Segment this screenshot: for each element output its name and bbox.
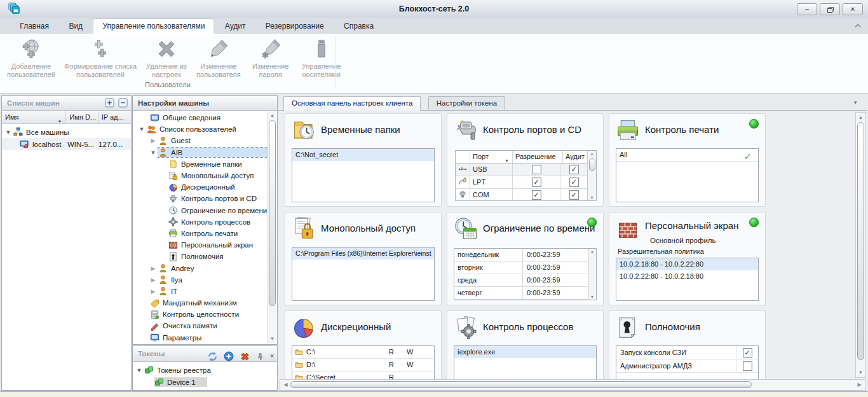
checkbox-com-audit[interactable]	[569, 190, 579, 200]
expander-icon[interactable]: ▼	[148, 150, 158, 156]
column-domain[interactable]: Имя D...	[66, 111, 98, 123]
checkbox-usb-audit[interactable]	[569, 165, 579, 174]
list-item[interactable]: iexplore.exe	[454, 346, 596, 358]
tree-item-general-info[interactable]: Общие сведения	[133, 112, 268, 123]
settings-tree-scrollbar[interactable]: ▲ ▼	[268, 111, 276, 343]
pin-icon[interactable]	[256, 352, 264, 361]
tree-item-andrey[interactable]: ▶Andrey	[133, 262, 268, 274]
checkbox-usb-allow[interactable]	[532, 165, 541, 174]
scroll-left-icon[interactable]: ◀	[281, 380, 290, 389]
tab-main-client-settings[interactable]: Основная панель настроек клиента	[283, 96, 421, 111]
ribbon-collapse-button[interactable]	[853, 22, 863, 31]
tree-item-process-control[interactable]: Контроль процессов	[133, 216, 268, 228]
tree-item-time-limit[interactable]: Ограничение по времени	[133, 205, 268, 216]
tab-backup[interactable]: Резервирование	[257, 19, 333, 34]
tree-item-device-1[interactable]: Device 1	[133, 376, 277, 388]
tab-user-management[interactable]: Управление пользователями	[93, 19, 214, 34]
scroll-down-icon[interactable]: ▼	[588, 295, 596, 299]
main-vertical-scrollbar[interactable]: ▲ ▼	[855, 112, 866, 378]
expander-icon[interactable]: ▼	[134, 367, 144, 373]
scroll-up-icon[interactable]: ▲	[588, 151, 596, 156]
list-item[interactable]: C:\Program Files (x86)\Internet Explorer…	[292, 247, 434, 260]
tree-item-mandatory[interactable]: Мандатный механизм	[133, 297, 268, 309]
tree-item-exclusive-access[interactable]: Монопольный доступ	[133, 170, 268, 181]
tree-item-discretionary[interactable]: Дискреционный	[133, 181, 268, 193]
column-allow[interactable]: Разрешение	[513, 151, 563, 163]
tree-item-temp-folders[interactable]: Временные папки	[133, 158, 268, 170]
table-row-lpt[interactable]: LPT	[456, 176, 587, 189]
tree-item-memory-clean[interactable]: Очистка памяти	[133, 320, 268, 331]
ports-table-scrollbar[interactable]: ▲ ▼	[587, 151, 596, 200]
column-ip[interactable]: IP ад...	[98, 111, 131, 123]
scroll-down-icon[interactable]: ▼	[588, 195, 596, 200]
tree-item-aib[interactable]: ▼AIB	[133, 147, 268, 158]
tree-item-integrity[interactable]: Контроль целостности	[133, 309, 268, 320]
table-row-com[interactable]: COM	[456, 189, 587, 201]
tree-item-registry-tokens[interactable]: ▼ Токены реестра	[133, 364, 277, 376]
expander-icon[interactable]: ▶	[148, 137, 158, 144]
add-users-button[interactable]: Добавление пользователей	[3, 36, 60, 81]
column-name[interactable]: Имя▲	[2, 111, 66, 123]
list-item[interactable]: C:\Not_secret	[292, 149, 434, 161]
tree-item-parameters[interactable]: Параметры	[133, 332, 268, 344]
edit-user-button[interactable]: Изменение пользователя	[192, 36, 245, 81]
list-item-c-secret[interactable]: C:\SecretR	[292, 372, 434, 379]
tree-item-guest[interactable]: ▶Guest	[133, 135, 268, 146]
minimize-button[interactable]: –	[797, 3, 817, 15]
tree-item-user-list[interactable]: ▼Список пользователей	[133, 123, 268, 135]
plus-box-icon[interactable]	[105, 98, 114, 108]
expander-icon[interactable]: ▶	[148, 277, 158, 283]
checkbox-console-launch[interactable]	[743, 348, 752, 358]
scroll-right-icon[interactable]: ▶	[855, 380, 864, 389]
checkbox-lpt-audit[interactable]	[569, 178, 579, 187]
list-item-c-drive[interactable]: C:\RW	[292, 346, 434, 359]
tab-token-settings[interactable]: Настройки токена	[428, 96, 505, 110]
list-item-d-drive[interactable]: D:\RW	[292, 359, 434, 372]
time-table-scrollbar[interactable]: ▲ ▼	[588, 249, 596, 300]
tab-audit[interactable]: Аудит	[216, 19, 255, 34]
scrollbar-thumb[interactable]	[589, 158, 595, 171]
main-horizontal-scrollbar[interactable]: ◀ ▶	[280, 379, 865, 391]
tree-item-ilya[interactable]: ▶Ilya	[133, 274, 268, 286]
form-user-list-button[interactable]: Формирование списка пользователей	[60, 36, 141, 81]
table-row-tuesday[interactable]: вторник0:00-23:59	[454, 261, 588, 274]
dropdown-icon[interactable]: ▼	[505, 155, 509, 163]
tab-view[interactable]: Вид	[60, 19, 92, 34]
table-row-wednesday[interactable]: среда0:00-23:59	[454, 274, 588, 287]
checkbox-amdz-admin[interactable]	[743, 361, 752, 371]
list-item-console-launch[interactable]: Запуск консоли СЗИ	[616, 346, 758, 359]
refresh-icon[interactable]	[207, 351, 218, 362]
add-circle-icon[interactable]	[224, 351, 234, 361]
delete-cross-icon[interactable]	[240, 351, 250, 362]
scroll-down-icon[interactable]: ▼	[268, 335, 276, 343]
checkbox-lpt-allow[interactable]	[532, 178, 541, 187]
scrollbar-thumb[interactable]	[290, 381, 752, 388]
scroll-up-icon[interactable]: ▲	[268, 111, 276, 120]
tree-item-ports-cd[interactable]: Контроль портов и CD	[133, 193, 268, 204]
remove-from-settings-button[interactable]: Удаление из настроек	[141, 36, 192, 81]
scroll-up-icon[interactable]: ▲	[857, 113, 865, 122]
tree-item-it[interactable]: ▶IT	[133, 286, 268, 297]
expander-icon[interactable]: ▼	[137, 126, 147, 132]
close-panel-icon[interactable]: ×	[270, 349, 274, 364]
tree-item-print-control[interactable]: Контроль печати	[133, 228, 268, 239]
tab-overflow-dropdown-icon[interactable]: ▼	[853, 100, 858, 106]
restore-button[interactable]	[820, 3, 840, 15]
close-button[interactable]: ×	[843, 3, 863, 15]
change-password-button[interactable]: Изменение пароля	[245, 36, 296, 81]
tree-item-privileges[interactable]: Полномочия	[133, 251, 268, 262]
scroll-down-icon[interactable]: ▼	[857, 368, 865, 377]
table-row-usb[interactable]: USB	[456, 164, 587, 176]
column-audit[interactable]: Аудит	[563, 151, 587, 163]
expander-icon[interactable]: ▶	[148, 288, 158, 295]
minus-box-icon[interactable]	[118, 98, 128, 108]
list-item-amdz-admin[interactable]: Администратор АМДЗ	[616, 359, 758, 373]
checkbox-com-allow[interactable]	[532, 190, 541, 200]
list-item[interactable]: 10.0.2.18:80 - 10.0.2.22:80	[616, 258, 758, 270]
column-port[interactable]: Порт▼	[470, 151, 513, 163]
manage-media-button[interactable]: Управление носителями	[296, 36, 347, 81]
tree-item-all-machines[interactable]: ▼ Все машины	[2, 126, 131, 138]
tab-help[interactable]: Справка	[335, 19, 383, 34]
tab-home[interactable]: Главная	[11, 19, 58, 34]
expander-icon[interactable]: ▼	[3, 129, 13, 136]
